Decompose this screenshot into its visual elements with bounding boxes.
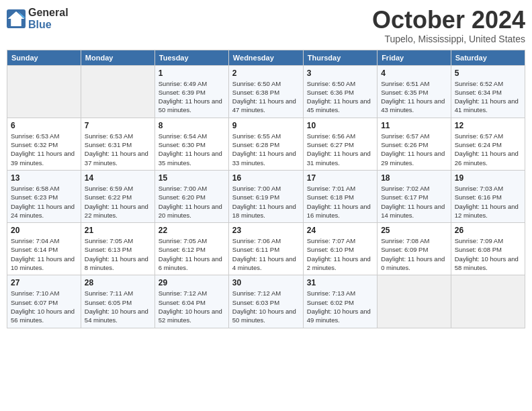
calendar-week-row: 6 Sunrise: 6:53 AM Sunset: 6:32 PM Dayli… — [7, 118, 525, 170]
day-number: 28 — [85, 278, 151, 287]
day-number: 6 — [11, 121, 77, 130]
day-info: Sunrise: 6:57 AM Sunset: 6:26 PM Dayligh… — [381, 132, 447, 167]
calendar-header-cell: Sunday — [7, 50, 81, 65]
calendar-day-cell: 2 Sunrise: 6:50 AM Sunset: 6:38 PM Dayli… — [228, 65, 303, 118]
calendar-week-row: 1 Sunrise: 6:49 AM Sunset: 6:39 PM Dayli… — [7, 65, 525, 118]
calendar-week-row: 20 Sunrise: 7:04 AM Sunset: 6:14 PM Dayl… — [7, 223, 525, 275]
day-info: Sunrise: 7:04 AM Sunset: 6:14 PM Dayligh… — [11, 236, 77, 272]
calendar-day-cell: 24 Sunrise: 7:07 AM Sunset: 6:10 PM Dayl… — [303, 223, 377, 275]
day-number: 20 — [11, 226, 77, 235]
month-title: October 2024 — [372, 7, 525, 34]
day-info: Sunrise: 6:54 AM Sunset: 6:30 PM Dayligh… — [159, 132, 225, 167]
day-info: Sunrise: 7:11 AM Sunset: 6:05 PM Dayligh… — [85, 289, 151, 324]
calendar-day-cell: 9 Sunrise: 6:55 AM Sunset: 6:28 PM Dayli… — [228, 118, 303, 170]
day-info: Sunrise: 7:05 AM Sunset: 6:12 PM Dayligh… — [159, 236, 225, 272]
day-number: 9 — [232, 121, 300, 130]
logo-icon — [7, 9, 26, 28]
day-info: Sunrise: 7:12 AM Sunset: 6:04 PM Dayligh… — [159, 289, 225, 324]
day-info: Sunrise: 6:57 AM Sunset: 6:24 PM Dayligh… — [455, 132, 521, 167]
calendar-header-cell: Friday — [378, 50, 451, 65]
calendar-day-cell: 13 Sunrise: 6:58 AM Sunset: 6:23 PM Dayl… — [7, 170, 81, 222]
day-number: 12 — [455, 121, 521, 130]
calendar-day-cell: 14 Sunrise: 6:59 AM Sunset: 6:22 PM Dayl… — [81, 170, 154, 222]
calendar-day-cell: 22 Sunrise: 7:05 AM Sunset: 6:12 PM Dayl… — [154, 223, 228, 275]
calendar-day-cell: 10 Sunrise: 6:56 AM Sunset: 6:27 PM Dayl… — [303, 118, 377, 170]
calendar-day-cell: 8 Sunrise: 6:54 AM Sunset: 6:30 PM Dayli… — [154, 118, 228, 170]
calendar-day-cell: 15 Sunrise: 7:00 AM Sunset: 6:20 PM Dayl… — [154, 170, 228, 222]
day-number: 10 — [307, 121, 373, 130]
calendar-day-cell: 11 Sunrise: 6:57 AM Sunset: 6:26 PM Dayl… — [378, 118, 451, 170]
day-info: Sunrise: 6:50 AM Sunset: 6:38 PM Dayligh… — [232, 79, 300, 115]
calendar-header-cell: Wednesday — [228, 50, 303, 65]
calendar-day-cell: 5 Sunrise: 6:52 AM Sunset: 6:34 PM Dayli… — [451, 65, 525, 118]
calendar-day-cell: 17 Sunrise: 7:01 AM Sunset: 6:18 PM Dayl… — [303, 170, 377, 222]
calendar-header-cell: Saturday — [451, 50, 525, 65]
day-number: 31 — [307, 278, 373, 287]
calendar-day-cell: 28 Sunrise: 7:11 AM Sunset: 6:05 PM Dayl… — [81, 275, 154, 328]
calendar-day-cell: 4 Sunrise: 6:51 AM Sunset: 6:35 PM Dayli… — [378, 65, 451, 118]
calendar-week-row: 13 Sunrise: 6:58 AM Sunset: 6:23 PM Dayl… — [7, 170, 525, 222]
day-number: 27 — [11, 278, 77, 287]
day-number: 18 — [381, 173, 447, 183]
calendar-day-cell: 29 Sunrise: 7:12 AM Sunset: 6:04 PM Dayl… — [154, 275, 228, 328]
day-number: 1 — [159, 68, 225, 78]
header: General Blue October 2024 Tupelo, Missis… — [7, 7, 525, 44]
calendar-header-cell: Thursday — [303, 50, 377, 65]
calendar-day-cell: 31 Sunrise: 7:13 AM Sunset: 6:02 PM Dayl… — [303, 275, 377, 328]
calendar-day-cell: 19 Sunrise: 7:03 AM Sunset: 6:16 PM Dayl… — [451, 170, 525, 222]
day-info: Sunrise: 6:58 AM Sunset: 6:23 PM Dayligh… — [11, 184, 77, 220]
day-number: 14 — [85, 173, 151, 183]
day-number: 23 — [232, 226, 300, 235]
calendar-body: 1 Sunrise: 6:49 AM Sunset: 6:39 PM Dayli… — [7, 65, 525, 328]
day-number: 16 — [232, 173, 300, 183]
calendar-table: SundayMondayTuesdayWednesdayThursdayFrid… — [7, 50, 525, 328]
day-info: Sunrise: 7:00 AM Sunset: 6:19 PM Dayligh… — [232, 184, 300, 220]
day-number: 25 — [381, 226, 447, 235]
calendar-header-cell: Monday — [81, 50, 154, 65]
day-number: 7 — [85, 121, 151, 130]
day-info: Sunrise: 6:55 AM Sunset: 6:28 PM Dayligh… — [232, 132, 300, 167]
day-info: Sunrise: 6:49 AM Sunset: 6:39 PM Dayligh… — [159, 79, 225, 115]
day-number: 24 — [307, 226, 373, 235]
day-info: Sunrise: 7:09 AM Sunset: 6:08 PM Dayligh… — [455, 236, 521, 272]
day-number: 4 — [381, 68, 447, 78]
day-info: Sunrise: 7:06 AM Sunset: 6:11 PM Dayligh… — [232, 236, 300, 272]
day-info: Sunrise: 7:12 AM Sunset: 6:03 PM Dayligh… — [232, 289, 300, 324]
calendar-day-cell — [451, 275, 525, 328]
day-info: Sunrise: 7:01 AM Sunset: 6:18 PM Dayligh… — [307, 184, 373, 220]
day-number: 29 — [159, 278, 225, 287]
day-info: Sunrise: 6:56 AM Sunset: 6:27 PM Dayligh… — [307, 132, 373, 167]
day-number: 26 — [455, 226, 521, 235]
day-number: 17 — [307, 173, 373, 183]
location-title: Tupelo, Mississippi, United States — [372, 34, 525, 44]
day-info: Sunrise: 6:50 AM Sunset: 6:36 PM Dayligh… — [307, 79, 373, 115]
logo-line1: General — [28, 7, 69, 19]
title-area: October 2024 Tupelo, Mississippi, United… — [372, 7, 525, 44]
day-info: Sunrise: 6:52 AM Sunset: 6:34 PM Dayligh… — [455, 79, 521, 115]
day-number: 13 — [11, 173, 77, 183]
logo: General Blue — [7, 7, 69, 32]
calendar-header-row: SundayMondayTuesdayWednesdayThursdayFrid… — [7, 50, 525, 65]
day-number: 19 — [455, 173, 521, 183]
day-info: Sunrise: 7:13 AM Sunset: 6:02 PM Dayligh… — [307, 289, 373, 324]
day-number: 8 — [159, 121, 225, 130]
calendar-day-cell: 12 Sunrise: 6:57 AM Sunset: 6:24 PM Dayl… — [451, 118, 525, 170]
day-number: 11 — [381, 121, 447, 130]
day-number: 2 — [232, 68, 300, 78]
day-number: 3 — [307, 68, 373, 78]
calendar-day-cell — [378, 275, 451, 328]
day-number: 15 — [159, 173, 225, 183]
calendar-day-cell — [7, 65, 81, 118]
day-info: Sunrise: 7:02 AM Sunset: 6:17 PM Dayligh… — [381, 184, 447, 220]
day-info: Sunrise: 7:08 AM Sunset: 6:09 PM Dayligh… — [381, 236, 447, 272]
calendar-week-row: 27 Sunrise: 7:10 AM Sunset: 6:07 PM Dayl… — [7, 275, 525, 328]
calendar-day-cell: 6 Sunrise: 6:53 AM Sunset: 6:32 PM Dayli… — [7, 118, 81, 170]
calendar-day-cell: 27 Sunrise: 7:10 AM Sunset: 6:07 PM Dayl… — [7, 275, 81, 328]
calendar-day-cell: 21 Sunrise: 7:05 AM Sunset: 6:13 PM Dayl… — [81, 223, 154, 275]
day-info: Sunrise: 6:59 AM Sunset: 6:22 PM Dayligh… — [85, 184, 151, 220]
calendar-header-cell: Tuesday — [154, 50, 228, 65]
calendar-day-cell — [81, 65, 154, 118]
calendar-day-cell: 25 Sunrise: 7:08 AM Sunset: 6:09 PM Dayl… — [378, 223, 451, 275]
day-info: Sunrise: 6:51 AM Sunset: 6:35 PM Dayligh… — [381, 79, 447, 115]
day-number: 22 — [159, 226, 225, 235]
